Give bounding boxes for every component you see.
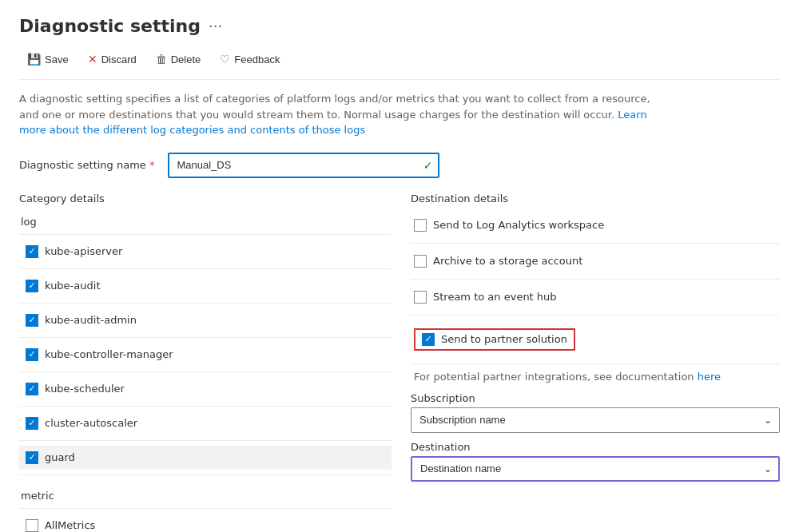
category-details-title: Category details [19, 193, 392, 204]
discard-button[interactable]: ✕ Discard [80, 49, 145, 69]
storage-account-checkbox[interactable] [414, 255, 427, 268]
list-item[interactable]: kube-controller-manager [19, 343, 392, 367]
kube-apiserver-checkbox[interactable] [26, 245, 38, 258]
more-options-button[interactable]: ··· [209, 18, 222, 34]
partner-docs-link[interactable]: here [698, 371, 721, 383]
toolbar: 💾 Save ✕ Discard 🗑 Delete ♡ Feedback [19, 49, 780, 80]
cluster-autoscaler-label: cluster-autoscaler [45, 417, 137, 429]
list-item[interactable]: kube-audit [19, 274, 392, 298]
feedback-icon: ♡ [220, 53, 230, 66]
delete-icon: 🗑 [156, 53, 167, 66]
delete-button[interactable]: 🗑 Delete [148, 49, 209, 69]
kube-controller-manager-checkbox[interactable] [26, 348, 38, 361]
kube-scheduler-label: kube-scheduler [45, 383, 125, 395]
metric-section-title: metric [21, 486, 392, 502]
subscription-dropdown[interactable]: Subscription name [411, 407, 780, 433]
destination-label: Destination [411, 441, 780, 453]
kube-apiserver-label: kube-apiserver [45, 245, 122, 257]
metric-section: metric AllMetrics [19, 486, 392, 533]
learn-more-link[interactable]: Learn more about the different log categ… [19, 109, 647, 137]
feedback-button[interactable]: ♡ Feedback [212, 49, 288, 69]
list-item[interactable]: guard [19, 446, 392, 470]
subscription-label: Subscription [411, 392, 780, 404]
send-log-analytics-row[interactable]: Send to Log Analytics workspace [411, 212, 780, 238]
subscription-dropdown-wrapper: Subscription name ⌄ [411, 407, 780, 433]
kube-scheduler-checkbox[interactable] [26, 383, 38, 395]
log-analytics-label: Send to Log Analytics workspace [433, 219, 604, 231]
cluster-autoscaler-checkbox[interactable] [26, 417, 38, 430]
send-partner-solution-row[interactable]: Send to partner solution [411, 320, 780, 359]
save-icon: 💾 [27, 53, 41, 66]
main-layout: Category details log kube-apiserver kube… [19, 193, 780, 533]
save-button[interactable]: 💾 Save [19, 49, 77, 69]
destination-dropdown[interactable]: Destination name [411, 456, 780, 482]
destination-details-panel: Destination details Send to Log Analytic… [411, 193, 780, 533]
partner-solution-box: Send to partner solution [414, 328, 575, 351]
stream-event-hub-row[interactable]: Stream to an event hub [411, 284, 780, 310]
partner-solution-checkbox[interactable] [422, 333, 435, 346]
valid-icon: ✓ [423, 159, 433, 172]
log-analytics-checkbox[interactable] [414, 219, 427, 232]
list-item[interactable]: cluster-autoscaler [19, 411, 392, 435]
guard-checkbox[interactable] [26, 451, 38, 464]
list-item[interactable]: kube-apiserver [19, 240, 392, 264]
storage-account-label: Archive to a storage account [433, 255, 582, 267]
partner-solution-label: Send to partner solution [441, 333, 567, 345]
event-hub-label: Stream to an event hub [433, 291, 557, 303]
kube-audit-checkbox[interactable] [26, 280, 38, 292]
kube-audit-admin-label: kube-audit-admin [45, 314, 137, 326]
diagnostic-name-input[interactable] [168, 153, 439, 178]
archive-storage-row[interactable]: Archive to a storage account [411, 248, 780, 274]
list-item[interactable]: kube-scheduler [19, 377, 392, 401]
page-header: Diagnostic setting ··· [19, 16, 780, 36]
category-details-panel: Category details log kube-apiserver kube… [19, 193, 411, 533]
diagnostic-name-input-wrapper: ✓ [168, 153, 439, 178]
destination-dropdown-wrapper: Destination name ⌄ [411, 456, 780, 482]
discard-icon: ✕ [88, 53, 97, 66]
guard-label: guard [45, 451, 75, 463]
destination-details-title: Destination details [411, 193, 780, 204]
list-item[interactable]: AllMetrics [19, 514, 392, 533]
page-title: Diagnostic setting [19, 16, 201, 36]
allmetrics-label: AllMetrics [45, 519, 95, 531]
partner-note: For potential partner integrations, see … [414, 371, 777, 383]
list-item[interactable]: kube-audit-admin [19, 308, 392, 332]
event-hub-checkbox[interactable] [414, 291, 427, 304]
diagnostic-name-label: Diagnostic setting name * [19, 159, 155, 171]
allmetrics-checkbox[interactable] [26, 519, 38, 532]
diagnostic-name-row: Diagnostic setting name * ✓ [19, 153, 780, 178]
description-text: A diagnostic setting specifies a list of… [19, 91, 658, 138]
kube-audit-label: kube-audit [45, 280, 100, 292]
log-section-title: log [21, 212, 392, 228]
kube-controller-manager-label: kube-controller-manager [45, 348, 173, 360]
kube-audit-admin-checkbox[interactable] [26, 314, 38, 327]
